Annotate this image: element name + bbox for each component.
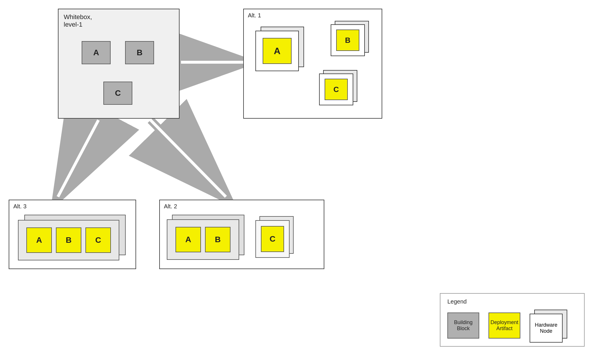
legend-title: Legend xyxy=(447,298,577,305)
legend-row: BuildingBlock DeploymentArtifact Hardwar… xyxy=(447,310,577,341)
alt1-node-c: C xyxy=(319,70,357,105)
arrow-to-alt2 xyxy=(151,120,226,197)
legend-bb-icon: BuildingBlock xyxy=(447,312,479,339)
legend-hardware-node: HardwareNode xyxy=(530,310,567,341)
legend-building-block: BuildingBlock xyxy=(447,312,479,339)
block-a: A xyxy=(82,41,111,64)
block-b: B xyxy=(125,41,154,64)
alt2-container: Alt. 2 A B C xyxy=(159,200,324,269)
alt3-container: Alt. 3 A B C xyxy=(9,200,136,269)
arrow-to-alt3-inner xyxy=(58,120,98,197)
legend-da-label: DeploymentArtifact xyxy=(491,319,518,332)
arrow-to-alt2-inner xyxy=(151,120,226,197)
legend-deployment-artifact: DeploymentArtifact xyxy=(488,312,520,339)
legend-da-icon: DeploymentArtifact xyxy=(488,312,520,339)
alt1-node-b: B xyxy=(331,21,368,56)
arrow-to-alt3 xyxy=(58,120,98,197)
alt1-node-a: A xyxy=(255,27,302,70)
alt1-label: Alt. 1 xyxy=(248,12,261,19)
whitebox-container: Whitebox,level-1 A B C xyxy=(58,9,180,119)
block-c: C xyxy=(103,82,132,105)
alt3-label: Alt. 3 xyxy=(13,203,27,210)
legend-box: Legend BuildingBlock DeploymentArtifact … xyxy=(440,293,585,347)
legend-bb-label: BuildingBlock xyxy=(454,319,473,332)
whitebox-label: Whitebox,level-1 xyxy=(64,13,92,28)
legend-hw-label: HardwareNode xyxy=(535,322,557,334)
alt2-label: Alt. 2 xyxy=(164,203,177,210)
alt1-container: Alt. 1 A B C xyxy=(243,9,382,119)
